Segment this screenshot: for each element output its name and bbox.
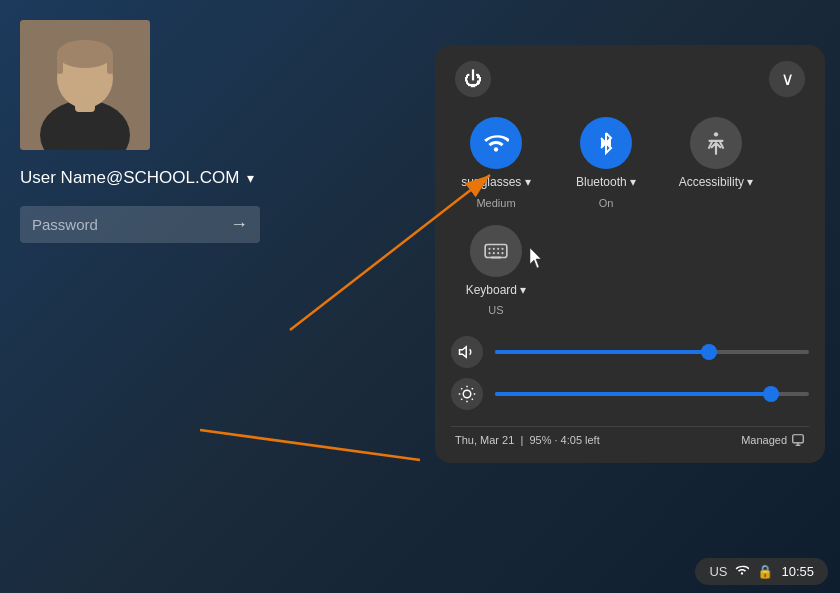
tray-wifi-icon	[735, 563, 749, 580]
tray-time: 10:55	[781, 564, 814, 579]
panel-header: ⏻ ∨	[451, 61, 809, 101]
password-input[interactable]	[32, 216, 222, 233]
wifi-toggle-button[interactable]	[470, 117, 522, 169]
svg-line-25	[461, 388, 462, 389]
accessibility-sublabel	[714, 197, 717, 209]
brightness-slider-fill	[495, 392, 771, 396]
svg-rect-5	[57, 54, 63, 74]
svg-marker-21	[460, 347, 467, 358]
collapse-button[interactable]: ∨	[769, 61, 805, 97]
svg-line-26	[472, 399, 473, 400]
username-row: User Name@SCHOOL.COM ▾	[20, 168, 254, 188]
keyboard-toggle: Keyboard ▾ US	[451, 225, 541, 317]
toggles-row-2: Keyboard ▾ US	[451, 225, 809, 321]
brightness-slider-track[interactable]	[495, 392, 809, 396]
svg-rect-31	[793, 435, 804, 443]
volume-slider-fill	[495, 350, 709, 354]
svg-line-29	[461, 399, 462, 400]
managed-badge: Managed	[741, 433, 805, 447]
bluetooth-label: Bluetooth ▾	[576, 175, 636, 191]
wifi-label: sunglasses ▾	[461, 175, 530, 191]
power-button[interactable]: ⏻	[455, 61, 491, 97]
svg-point-4	[57, 40, 113, 68]
brightness-slider-thumb	[763, 386, 779, 402]
accessibility-toggle-button[interactable]	[690, 117, 742, 169]
keyboard-label: Keyboard ▾	[466, 283, 527, 299]
volume-slider-track[interactable]	[495, 350, 809, 354]
toggles-row-1: sunglasses ▾ Medium Bluetooth ▾ On	[451, 113, 809, 213]
chevron-down-icon: ∨	[781, 68, 794, 90]
date-text: Thu, Mar 21	[455, 434, 514, 446]
svg-point-7	[494, 147, 498, 151]
brightness-icon	[451, 378, 483, 410]
managed-label: Managed	[741, 434, 787, 446]
system-tray[interactable]: US 🔒 10:55	[695, 558, 828, 585]
date-battery-text: Thu, Mar 21 | 95% · 4:05 left	[455, 434, 600, 446]
svg-point-22	[463, 390, 471, 398]
volume-slider-row	[451, 336, 809, 368]
svg-rect-6	[107, 54, 113, 74]
quick-settings-panel: ⏻ ∨ sunglasses ▾ Medium	[435, 45, 825, 463]
username-text: User Name@SCHOOL.COM	[20, 168, 239, 188]
password-field-container: →	[20, 206, 260, 243]
wifi-sublabel: Medium	[476, 197, 515, 209]
volume-icon	[451, 336, 483, 368]
bluetooth-toggle-button[interactable]	[580, 117, 632, 169]
keyboard-sublabel: US	[488, 304, 503, 316]
accessibility-toggle: Accessibility ▾	[671, 117, 761, 209]
tray-battery-icon: 🔒	[757, 564, 773, 579]
keyboard-toggle-button[interactable]	[470, 225, 522, 277]
bluetooth-toggle: Bluetooth ▾ On	[561, 117, 651, 209]
tray-locale: US	[709, 564, 727, 579]
brightness-slider-row	[451, 378, 809, 410]
volume-slider-thumb	[701, 344, 717, 360]
accessibility-label: Accessibility ▾	[679, 175, 754, 191]
power-icon: ⏻	[464, 69, 482, 90]
battery-text: 95% · 4:05 left	[529, 434, 599, 446]
svg-point-10	[714, 132, 718, 136]
panel-footer: Thu, Mar 21 | 95% · 4:05 left Managed	[451, 426, 809, 447]
wifi-toggle: sunglasses ▾ Medium	[451, 117, 541, 209]
bluetooth-sublabel: On	[599, 197, 614, 209]
svg-rect-11	[485, 244, 507, 257]
password-submit-button[interactable]: →	[230, 214, 248, 235]
sliders-section	[451, 332, 809, 414]
svg-point-37	[741, 572, 743, 574]
managed-icon	[791, 433, 805, 447]
avatar	[20, 20, 150, 150]
svg-line-30	[472, 388, 473, 389]
login-panel: User Name@SCHOOL.COM ▾ →	[20, 20, 260, 243]
username-dropdown-icon[interactable]: ▾	[247, 170, 254, 186]
